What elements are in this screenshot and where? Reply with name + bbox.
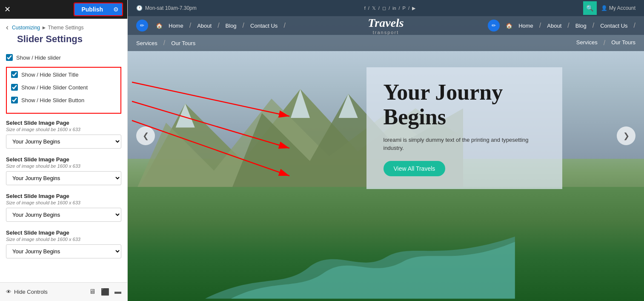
nav-contact-right[interactable]: Contact Us	[600, 23, 627, 29]
river-svg	[205, 193, 515, 301]
nav-blog[interactable]: Blog	[226, 23, 237, 29]
device-icons: 🖥 ⬛ ▬	[89, 288, 121, 296]
show-hide-button-checkbox[interactable]	[11, 97, 18, 103]
close-button[interactable]: ✕	[4, 5, 11, 14]
slider-cta-button[interactable]: View All Travels	[384, 161, 446, 176]
show-hide-slider-checkbox[interactable]	[6, 54, 13, 61]
twitter-icon[interactable]: 𝕏	[372, 6, 376, 11]
services-nav: Services / Our Tours Services / Our Tour…	[128, 35, 644, 51]
publish-box: Publish ⚙	[74, 3, 123, 16]
slider-content-box: Your Journy Begins loreami is simply dum…	[366, 67, 562, 189]
nav-our-tours-right[interactable]: Our Tours	[611, 39, 635, 47]
show-hide-slider-row: Show / Hide slider	[6, 54, 121, 61]
slider-title: Your Journy Begins	[384, 80, 545, 129]
account-label: My Account	[609, 5, 635, 11]
brand-center: Travels transport	[368, 16, 404, 35]
show-hide-content-row: Show / Hide Slider Content	[11, 84, 116, 91]
hero-area: ✏ 🏠 Home / About / Blog / Contact Us / T…	[128, 16, 644, 301]
nav-right: ✏ 🏠 Home / About / Blog / Contact Us /	[488, 20, 635, 32]
slide-select-1: Select Slide Image Page Size of image sh…	[6, 120, 121, 154]
pinterest-icon[interactable]: P	[403, 6, 406, 11]
slide-hint-3: Size of image should be 1600 x 633	[6, 200, 121, 205]
show-hide-content-checkbox[interactable]	[11, 84, 18, 91]
nav-our-tours[interactable]: Our Tours	[171, 40, 195, 46]
slide-select-2: Select Slide Image Page Size of image sh…	[6, 156, 121, 190]
show-hide-button-row: Show / Hide Slider Button	[11, 97, 116, 103]
main-preview: 🕐 Mon-sat 10am-7.30pm f / 𝕏 / ◻ / in / P…	[128, 0, 644, 301]
linkedin-icon[interactable]: in	[392, 6, 396, 11]
show-hide-slider-label: Show / Hide slider	[16, 54, 61, 61]
nav-home[interactable]: Home	[169, 23, 183, 29]
mobile-icon[interactable]: ▬	[114, 288, 121, 296]
topbar-left: 🕐 Mon-sat 10am-7.30pm	[136, 5, 197, 11]
show-hide-content-label: Show / Hide Slider Content	[21, 84, 88, 91]
services-nav-right: Services / Our Tours	[576, 39, 635, 47]
customizing-link[interactable]: Customizing	[12, 25, 40, 31]
nav-services-right[interactable]: Services	[576, 39, 598, 47]
theme-settings-link[interactable]: Theme Settings	[48, 25, 83, 31]
show-hide-button-label: Show / Hide Slider Button	[21, 97, 84, 103]
nav-about-right[interactable]: About	[547, 23, 561, 29]
topbar-right: 🔍 👤 My Account	[583, 1, 635, 15]
nav-div1: /	[189, 22, 191, 29]
account-link[interactable]: 👤 My Account	[601, 5, 635, 11]
show-hide-title-checkbox[interactable]	[11, 71, 18, 78]
nav-home-right[interactable]: Home	[518, 23, 533, 29]
nav-edit-icon-right[interactable]: ✏	[488, 20, 500, 32]
slide-select-4: Select Slide Image Page Size of image sh…	[6, 229, 121, 264]
show-hide-title-label: Show / Hide Slider Title	[21, 72, 78, 78]
home-icon-right: 🏠	[506, 23, 512, 29]
eye-icon: 👁	[6, 289, 11, 295]
desktop-icon[interactable]: 🖥	[89, 288, 96, 296]
customizer-panel: ✕ Publish ⚙ ‹ Customizing ► Theme Settin…	[0, 0, 128, 301]
business-hours: Mon-sat 10am-7.30pm	[145, 5, 197, 11]
nav-blog-right[interactable]: Blog	[575, 23, 587, 29]
gear-button[interactable]: ⚙	[110, 3, 122, 15]
home-icon-nav: 🏠	[156, 23, 163, 29]
hide-controls-btn[interactable]: 👁 Hide Controls	[6, 289, 48, 295]
top-bar: ✕ Publish ⚙	[0, 0, 127, 19]
search-button[interactable]: 🔍	[583, 1, 597, 15]
instagram-icon[interactable]: ◻	[382, 6, 386, 11]
page-title: Slider Settings	[0, 33, 127, 50]
back-arrow-icon[interactable]: ‹	[6, 23, 9, 32]
youtube-icon[interactable]: ▶	[412, 6, 415, 11]
clock-icon: 🕐	[136, 5, 143, 11]
publish-button[interactable]: Publish	[74, 3, 110, 15]
facebook-icon[interactable]: f	[364, 6, 366, 11]
panel-content: Show / Hide slider Show / Hide Slider Ti…	[0, 50, 127, 282]
breadcrumb-area: ‹ Customizing ► Theme Settings	[0, 19, 127, 33]
site-topbar: 🕐 Mon-sat 10am-7.30pm f / 𝕏 / ◻ / in / P…	[128, 0, 644, 16]
website-preview: 🕐 Mon-sat 10am-7.30pm f / 𝕏 / ◻ / in / P…	[128, 0, 644, 301]
account-icon: 👤	[601, 5, 607, 11]
slider-next-button[interactable]: ❯	[617, 126, 635, 145]
slide-hint-1: Size of image should be 1600 x 633	[6, 127, 121, 132]
breadcrumb: Customizing ► Theme Settings	[12, 25, 83, 31]
slide-dropdown-3[interactable]: Your Journy Begins	[6, 208, 121, 222]
nav-div4: /	[283, 22, 285, 29]
hide-controls-label: Hide Controls	[14, 289, 48, 295]
slide-label-1: Select Slide Image Page	[6, 120, 121, 126]
social-icons: f / 𝕏 / ◻ / in / P / ▶	[364, 6, 415, 11]
slider-subtitle: loreami is simply dummy text of the prin…	[384, 136, 545, 152]
nav-contact[interactable]: Contact Us	[250, 23, 278, 29]
slide-label-3: Select Slide Image Page	[6, 193, 121, 199]
tablet-icon[interactable]: ⬛	[101, 288, 109, 296]
nav-div3: /	[243, 22, 244, 29]
nav-services[interactable]: Services	[136, 40, 157, 46]
nav-about[interactable]: About	[197, 23, 212, 29]
slide-hint-4: Size of image should be 1600 x 633	[6, 237, 121, 242]
brand-sub: transport	[368, 30, 404, 35]
slide-dropdown-4[interactable]: Your Journy Begins	[6, 244, 121, 258]
bottom-bar: 👁 Hide Controls 🖥 ⬛ ▬	[0, 282, 127, 301]
nav-div2: /	[218, 22, 219, 29]
slide-label-4: Select Slide Image Page	[6, 229, 121, 236]
slider-prev-button[interactable]: ❮	[136, 126, 155, 145]
slide-hint-2: Size of image should be 1600 x 633	[6, 163, 121, 169]
slide-dropdown-1[interactable]: Your Journy Begins	[6, 135, 121, 149]
slide-dropdown-2[interactable]: Your Journy Begins	[6, 171, 121, 185]
slider-options-box: Show / Hide Slider Title Show / Hide Sli…	[6, 67, 121, 114]
nav-edit-icon[interactable]: ✏	[136, 20, 148, 32]
slide-label-2: Select Slide Image Page	[6, 156, 121, 163]
slide-select-3: Select Slide Image Page Size of image sh…	[6, 193, 121, 227]
